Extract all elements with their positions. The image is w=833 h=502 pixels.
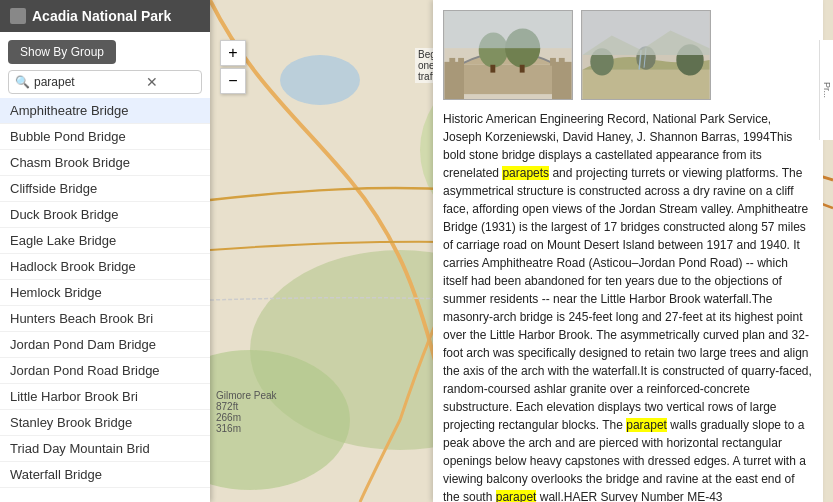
panel-controls: Show By Group 🔍 ✕ — [0, 32, 210, 98]
items-list: Amphitheatre BridgeBubble Pond BridgeCha… — [0, 98, 210, 502]
main-panel: Acadia National Park Show By Group 🔍 ✕ A… — [0, 0, 210, 502]
info-panel: Historic American Engineering Record, Na… — [433, 0, 823, 502]
info-image-row — [443, 10, 813, 100]
list-item-jordan-pond-road-bridge[interactable]: Jordan Pond Road Bridge — [0, 358, 210, 384]
list-item-hunters-beach-brook-bri[interactable]: Hunters Beach Brook Bri — [0, 306, 210, 332]
list-item-hemlock-bridge[interactable]: Hemlock Bridge — [0, 280, 210, 306]
search-input[interactable] — [34, 75, 144, 89]
list-item-hadlock-brook-bridge[interactable]: Hadlock Brook Bridge — [0, 254, 210, 280]
svg-rect-15 — [449, 58, 455, 66]
svg-rect-22 — [520, 65, 525, 73]
svg-rect-13 — [444, 62, 464, 99]
list-item-chasm-brook-bridge[interactable]: Chasm Brook Bridge — [0, 150, 210, 176]
gilmore-peak-label: Gilmore Peak872ft266m316m — [216, 390, 277, 434]
highlight-parapet-2: parapet — [626, 418, 667, 432]
list-item-amphitheatre-bridge[interactable]: Amphitheatre Bridge — [0, 98, 210, 124]
left-sidebar — [0, 0, 30, 502]
svg-rect-17 — [550, 58, 556, 66]
list-item-bubble-pond-bridge[interactable]: Bubble Pond Bridge — [0, 124, 210, 150]
panel-header: Acadia National Park — [0, 0, 210, 32]
right-edge-indicator: Pr... — [819, 40, 833, 140]
info-description: Historic American Engineering Record, Na… — [443, 110, 813, 502]
zoom-controls: + − — [220, 40, 246, 94]
svg-rect-12 — [449, 65, 566, 94]
bridge-image-2 — [581, 10, 711, 100]
svg-rect-21 — [490, 65, 495, 73]
search-box: 🔍 ✕ — [8, 70, 202, 94]
list-item-jordan-pond-dam-bridge[interactable]: Jordan Pond Dam Bridge — [0, 332, 210, 358]
zoom-in-button[interactable]: + — [220, 40, 246, 66]
zoom-out-button[interactable]: − — [220, 68, 246, 94]
svg-rect-16 — [458, 58, 464, 66]
list-item-duck-brook-bridge[interactable]: Duck Brook Bridge — [0, 202, 210, 228]
list-item-eagle-lake-bridge[interactable]: Eagle Lake Bridge — [0, 228, 210, 254]
highlight-parapet-3: parapet — [496, 490, 537, 502]
panel-title: Acadia National Park — [32, 8, 171, 24]
svg-point-6 — [280, 55, 360, 105]
svg-rect-23 — [444, 11, 571, 48]
list-item-stanley-brook-bridge[interactable]: Stanley Brook Bridge — [0, 410, 210, 436]
info-text-part2: and projecting turrets or viewing platfo… — [443, 166, 812, 432]
list-item-waterfall-bridge[interactable]: Waterfall Bridge — [0, 462, 210, 488]
list-item-triad-day-mountain-bri[interactable]: Triad Day Mountain Brid — [0, 436, 210, 462]
info-text-part4: wall.HAER Survey Number ME-43 — [536, 490, 722, 502]
list-item-little-harbor-brook-bri[interactable]: Little Harbor Brook Bri — [0, 384, 210, 410]
svg-rect-18 — [559, 58, 565, 66]
list-item-cliffside-bridge[interactable]: Cliffside Bridge — [0, 176, 210, 202]
highlight-parapets-1: parapets — [502, 166, 549, 180]
bridge-image-1 — [443, 10, 573, 100]
search-clear-button[interactable]: ✕ — [144, 74, 160, 90]
svg-rect-14 — [552, 62, 572, 99]
